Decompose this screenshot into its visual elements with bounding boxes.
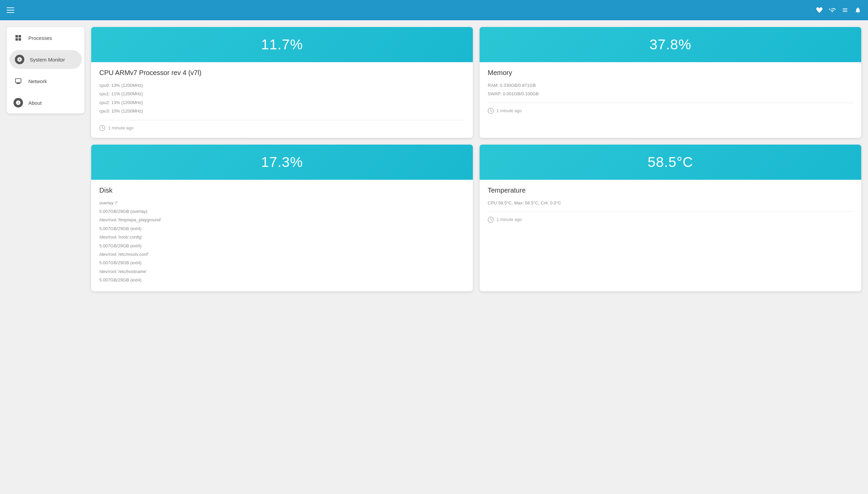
disk-detail-8: /dev/root '/etc/hostname'	[99, 268, 465, 276]
disk-detail-7: 5.007GB/29GB (ext4)	[99, 259, 465, 267]
grid-icon	[14, 33, 23, 42]
disk-detail-6: /dev/root '/etc/resolv.conf'	[99, 250, 465, 258]
cpu-percentage: 11.7%	[91, 27, 473, 62]
gauge-icon	[15, 55, 24, 64]
memory-details: RAM: 0.330GB/0.871GB SWAP: 0.001GB/0.100…	[488, 81, 853, 98]
memory-card: 37.8% Memory RAM: 0.330GB/0.871GB SWAP: …	[479, 27, 861, 138]
notification-bell-icon	[854, 7, 861, 14]
cpu-card: 11.7% CPU ARMv7 Processor rev 4 (v7l) cp…	[91, 27, 473, 138]
temperature-details: CPU 58.5°C, Max: 58.5°C, Crit: 0.0°C	[488, 199, 853, 207]
sidebar-item-about[interactable]: About	[7, 92, 84, 114]
cpu-detail-2: cpu2: 13% (1200MHz)	[99, 99, 465, 107]
memory-time: 1 minute ago	[496, 108, 522, 113]
memory-detail-1: SWAP: 0.001GB/0.100GB	[488, 90, 853, 98]
memory-divider	[488, 103, 853, 103]
temperature-time: 1 minute ago	[496, 217, 522, 222]
memory-detail-0: RAM: 0.330GB/0.871GB	[488, 81, 853, 89]
disk-detail-3: 5.007GB/29GB (ext4)	[99, 225, 465, 232]
memory-card-body: Memory RAM: 0.330GB/0.871GB SWAP: 0.001G…	[479, 62, 861, 121]
cpu-title: CPU ARMv7 Processor rev 4 (v7l)	[99, 69, 465, 77]
temperature-detail-0: CPU 58.5°C, Max: 58.5°C, Crit: 0.0°C	[488, 199, 853, 207]
system-monitor-label: System Monitor	[30, 57, 65, 62]
disk-detail-4: /dev/root '/root/.config'	[99, 233, 465, 241]
disk-detail-1: 5.007GB/29GB (overlay)	[99, 207, 465, 215]
cpu-divider	[99, 120, 465, 120]
sidebar-item-system-monitor[interactable]: System Monitor	[9, 50, 82, 69]
temperature-card: 58.5°C Temperature CPU 58.5°C, Max: 58.5…	[479, 145, 861, 291]
disk-card: 17.3% Disk overlay '/' 5.007GB/29GB (ove…	[91, 145, 473, 291]
sidebar-item-processes[interactable]: Processes	[7, 27, 84, 49]
cpu-clock-icon	[99, 125, 105, 131]
disk-detail-5: 5.007GB/29GB (ext4)	[99, 242, 465, 250]
disk-card-body: Disk overlay '/' 5.007GB/29GB (overlay) …	[91, 180, 473, 291]
main-container: Processes System Monitor Network	[0, 20, 868, 298]
topbar	[0, 0, 868, 20]
wifi-icon	[829, 7, 835, 14]
temperature-divider	[488, 211, 853, 212]
about-label: About	[28, 100, 42, 106]
cpu-card-body: CPU ARMv7 Processor rev 4 (v7l) cpu0: 13…	[91, 62, 473, 138]
heart-rate-icon	[816, 7, 823, 14]
disk-detail-2: /dev/root '/tmp/wpa_playground'	[99, 216, 465, 224]
memory-percentage: 37.8%	[479, 27, 861, 62]
cpu-details: cpu0: 13% (1200MHz) cpu1: 11% (1200MHz) …	[99, 81, 465, 115]
hamburger-menu-button[interactable]	[7, 7, 14, 13]
cpu-detail-1: cpu1: 11% (1200MHz)	[99, 90, 465, 98]
info-icon	[14, 98, 23, 108]
network-status-icon	[842, 7, 848, 14]
temperature-value: 58.5°C	[479, 145, 861, 180]
sidebar: Processes System Monitor Network	[7, 27, 84, 114]
memory-title: Memory	[488, 69, 853, 77]
content-grid: 11.7% CPU ARMv7 Processor rev 4 (v7l) cp…	[91, 27, 861, 291]
disk-detail-0: overlay '/'	[99, 199, 465, 207]
cpu-timestamp: 1 minute ago	[99, 125, 465, 131]
disk-detail-9: 5.007GB/29GB (ext4)	[99, 276, 465, 284]
temperature-clock-icon	[488, 216, 494, 223]
temperature-timestamp: 1 minute ago	[488, 216, 853, 223]
topbar-right	[816, 7, 861, 14]
disk-percentage: 17.3%	[91, 145, 473, 180]
processes-label: Processes	[28, 35, 52, 41]
cpu-detail-3: cpu3: 10% (1200MHz)	[99, 107, 465, 115]
memory-clock-icon	[488, 108, 494, 114]
network-label: Network	[28, 78, 47, 84]
temperature-card-body: Temperature CPU 58.5°C, Max: 58.5°C, Cri…	[479, 180, 861, 229]
topbar-left	[7, 7, 14, 13]
temperature-title: Temperature	[488, 187, 853, 194]
disk-title: Disk	[99, 187, 465, 194]
cpu-detail-0: cpu0: 13% (1200MHz)	[99, 81, 465, 89]
monitor-icon	[14, 76, 23, 86]
memory-timestamp: 1 minute ago	[488, 108, 853, 114]
disk-details: overlay '/' 5.007GB/29GB (overlay) /dev/…	[99, 199, 465, 284]
sidebar-item-network[interactable]: Network	[7, 70, 84, 92]
cpu-time: 1 minute ago	[108, 125, 133, 130]
